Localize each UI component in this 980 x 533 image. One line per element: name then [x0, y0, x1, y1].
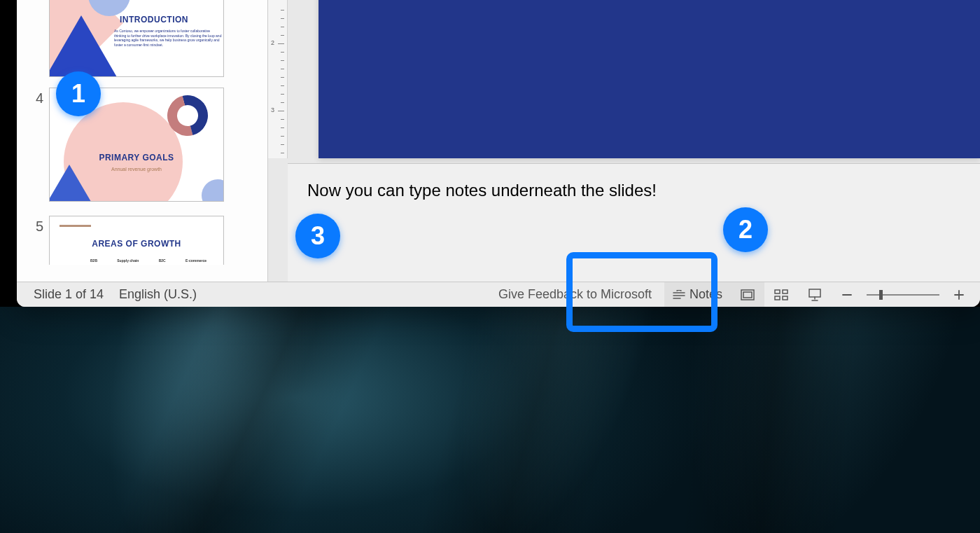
thumbnail-number — [17, 0, 49, 82]
thumbnail-number: 4 — [17, 82, 49, 210]
svg-rect-2 — [775, 290, 780, 293]
thumb4-subtitle: Annual revenue growth — [50, 167, 223, 172]
slide-thumbnail-panel[interactable]: INTRODUCTION As Contoso, we empower orga… — [17, 0, 268, 282]
slideshow-icon — [808, 289, 822, 301]
thumb4-title: PRIMARY GOALS — [50, 153, 223, 162]
normal-view-icon — [741, 289, 755, 300]
slide-canvas-area[interactable] — [288, 0, 980, 158]
zoom-slider[interactable] — [867, 294, 939, 296]
slideshow-button[interactable] — [798, 282, 832, 307]
slide-thumbnail-5[interactable]: AREAS OF GROWTH B2B Supply chain B2C E-c… — [49, 216, 224, 265]
thumb3-title: INTRODUCTION — [120, 15, 188, 25]
normal-view-button[interactable] — [731, 282, 764, 307]
svg-rect-1 — [743, 292, 752, 298]
slide-sorter-icon — [774, 289, 788, 300]
current-slide[interactable] — [318, 0, 980, 158]
desktop-wallpaper — [0, 307, 980, 533]
thumb3-body: As Contoso, we empower organizations to … — [114, 29, 223, 47]
thumbnail-row-3[interactable]: INTRODUCTION As Contoso, we empower orga… — [17, 0, 267, 82]
powerpoint-window: INTRODUCTION As Contoso, we empower orga… — [17, 0, 980, 307]
thumb5-column-headers: B2B Supply chain B2C E-commerce — [90, 258, 206, 263]
zoom-in-button[interactable] — [944, 282, 974, 307]
annotation-badge-2: 2 — [723, 207, 768, 252]
plus-icon — [953, 289, 965, 300]
annotation-badge-3: 3 — [295, 214, 340, 258]
status-bar: Slide 1 of 14 English (U.S.) Give Feedba… — [17, 282, 980, 307]
thumbnail-number: 5 — [17, 210, 49, 280]
slide-thumbnail-3[interactable]: INTRODUCTION As Contoso, we empower orga… — [49, 0, 224, 77]
vertical-ruler: 2 3 — [268, 0, 288, 158]
thumbnail-row-4[interactable]: 4 PRIMARY GOALS Annual revenue growth — [17, 82, 267, 210]
notes-text[interactable]: Now you can type notes underneath the sl… — [307, 181, 657, 200]
svg-rect-3 — [783, 290, 788, 293]
zoom-out-button[interactable] — [832, 282, 862, 307]
language-indicator[interactable]: English (U.S.) — [119, 287, 197, 302]
svg-rect-4 — [775, 296, 780, 300]
zoom-slider-thumb[interactable] — [879, 290, 883, 300]
slide-sorter-view-button[interactable] — [764, 282, 798, 307]
annotation-badge-1: 1 — [56, 71, 101, 116]
svg-rect-6 — [809, 289, 820, 297]
minus-icon — [841, 289, 853, 300]
slide-counter[interactable]: Slide 1 of 14 — [34, 287, 104, 302]
thumbnail-row-5[interactable]: 5 AREAS OF GROWTH B2B Supply chain B2C E… — [17, 210, 267, 280]
thumb5-title: AREAS OF GROWTH — [50, 239, 223, 249]
annotation-highlight-notes-button — [566, 252, 718, 332]
svg-rect-5 — [783, 296, 788, 300]
